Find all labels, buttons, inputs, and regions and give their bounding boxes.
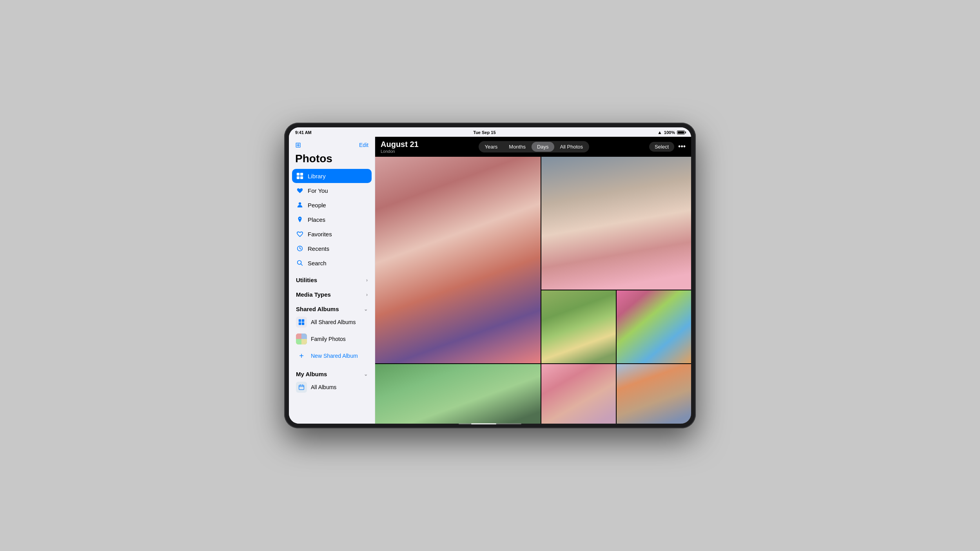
all-albums-icon [296, 382, 307, 393]
scroll-indicator [459, 423, 521, 424]
app-container: ⊞ Edit Photos [289, 137, 691, 424]
photo-cell-mid-right-1[interactable] [541, 290, 616, 363]
edit-button[interactable]: Edit [359, 142, 368, 148]
for-you-icon [296, 187, 304, 194]
photo-grid [375, 157, 691, 424]
battery-indicator [677, 130, 685, 134]
section-my-albums: My Albums ⌄ All Alb [289, 364, 375, 396]
sidebar-toggle-icon[interactable]: ⊞ [295, 141, 301, 149]
tab-months[interactable]: Months [503, 142, 531, 152]
all-shared-icon [296, 317, 307, 328]
sidebar-item-recents[interactable]: Recents [292, 241, 372, 256]
recents-label: Recents [308, 245, 329, 252]
sidebar-item-places[interactable]: Places [292, 212, 372, 227]
photo-cell-bottom-right-1[interactable] [617, 364, 691, 424]
media-types-header[interactable]: Media Types › [292, 288, 372, 299]
people-label: People [308, 202, 326, 208]
utilities-chevron: › [366, 277, 368, 283]
tab-years[interactable]: Years [479, 142, 503, 152]
favorites-label: Favorites [308, 231, 332, 237]
sidebar-item-all-shared[interactable]: All Shared Albums [292, 314, 372, 330]
family-photos-label: Family Photos [311, 336, 346, 342]
svg-line-7 [301, 264, 302, 265]
utilities-header[interactable]: Utilities › [292, 274, 372, 285]
for-you-label: For You [308, 187, 328, 194]
shared-albums-header[interactable]: Shared Albums ⌄ [292, 303, 372, 314]
new-shared-icon: + [296, 350, 307, 361]
date-info: August 21 London [381, 140, 419, 154]
section-media-types: Media Types › [289, 285, 375, 299]
status-right: ▲ 100% [657, 130, 685, 135]
all-albums-label: All Albums [311, 384, 336, 390]
family-photos-icon [296, 334, 307, 344]
photo-toolbar: August 21 London Years Months Days All P… [375, 137, 691, 157]
tab-all-photos[interactable]: All Photos [555, 142, 589, 152]
photo-cell-bottom-mid[interactable] [541, 364, 616, 424]
sidebar-item-people[interactable]: People [292, 198, 372, 212]
battery-bar [677, 130, 685, 134]
sidebar-header: ⊞ Edit [289, 137, 375, 152]
library-label: Library [308, 173, 326, 179]
view-tabs: Years Months Days All Photos [479, 141, 590, 152]
svg-rect-2 [297, 176, 299, 179]
places-icon [296, 216, 304, 223]
photo-main: August 21 London Years Months Days All P… [375, 137, 691, 424]
svg-rect-3 [300, 176, 303, 179]
new-shared-label: New Shared Album [311, 353, 358, 359]
svg-rect-14 [302, 385, 303, 386]
svg-rect-8 [299, 319, 301, 322]
sidebar-item-library[interactable]: Library [292, 169, 372, 183]
sidebar-item-for-you[interactable]: For You [292, 183, 372, 198]
select-button[interactable]: Select [649, 142, 674, 152]
svg-rect-10 [299, 323, 301, 325]
sidebar: ⊞ Edit Photos [289, 137, 375, 424]
sidebar-item-new-shared[interactable]: + New Shared Album [292, 348, 372, 364]
battery-percent: 100% [664, 130, 675, 135]
shared-albums-chevron: ⌄ [364, 306, 368, 312]
media-types-label: Media Types [296, 291, 331, 298]
device-screen: 9:41 AM Tue Sep 15 ▲ 100% ⊞ Edit [289, 127, 691, 424]
my-albums-header[interactable]: My Albums ⌄ [292, 368, 372, 379]
status-date: Tue Sep 15 [473, 130, 495, 135]
all-shared-label: All Shared Albums [311, 319, 356, 325]
scroll-indicator-fill [471, 423, 496, 424]
wifi-icon: ▲ [657, 130, 662, 135]
photo-cell-main[interactable] [375, 157, 541, 363]
photo-cell-mid-right-2[interactable] [617, 290, 691, 363]
utilities-label: Utilities [296, 277, 317, 283]
toolbar-actions: Select ••• [649, 142, 686, 152]
people-icon [296, 201, 304, 209]
section-shared-albums: Shared Albums ⌄ All [289, 299, 375, 364]
search-label: Search [308, 260, 327, 266]
places-label: Places [308, 216, 325, 223]
media-types-chevron: › [366, 292, 368, 297]
date-title: August 21 [381, 140, 419, 149]
sidebar-item-favorites[interactable]: Favorites [292, 227, 372, 241]
status-time: 9:41 AM [295, 130, 312, 135]
svg-point-4 [299, 202, 301, 205]
my-albums-chevron: ⌄ [364, 372, 368, 377]
date-subtitle: London [381, 149, 419, 154]
svg-rect-9 [302, 319, 304, 322]
sidebar-nav: Library For You [289, 169, 375, 270]
my-albums-label: My Albums [296, 371, 327, 377]
svg-rect-13 [300, 385, 301, 386]
more-button[interactable]: ••• [678, 143, 686, 151]
shared-albums-label: Shared Albums [296, 306, 339, 312]
svg-rect-0 [297, 173, 299, 176]
photo-cell-top-right[interactable] [541, 157, 691, 290]
sidebar-item-all-albums[interactable]: All Albums [292, 379, 372, 395]
tab-days[interactable]: Days [532, 142, 554, 152]
photo-cell-bottom-left[interactable] [375, 364, 541, 424]
sidebar-title: Photos [289, 152, 375, 169]
ipad-device: 9:41 AM Tue Sep 15 ▲ 100% ⊞ Edit [284, 123, 696, 428]
svg-rect-12 [299, 385, 304, 390]
search-icon [296, 259, 304, 267]
status-bar: 9:41 AM Tue Sep 15 ▲ 100% [289, 127, 691, 137]
battery-fill [678, 131, 684, 134]
section-utilities: Utilities › [289, 270, 375, 285]
sidebar-item-family-photos[interactable]: Family Photos [292, 331, 372, 347]
recents-icon [296, 245, 304, 252]
sidebar-item-search[interactable]: Search [292, 256, 372, 270]
library-icon [296, 172, 304, 180]
